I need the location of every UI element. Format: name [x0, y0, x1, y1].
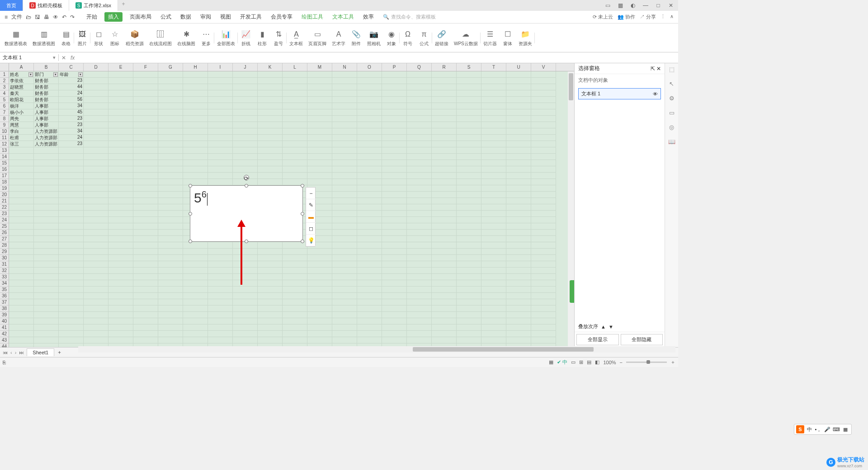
empty-cell[interactable]: [9, 268, 34, 274]
empty-cell[interactable]: [506, 198, 531, 204]
empty-cell[interactable]: [506, 242, 531, 249]
empty-cell[interactable]: [258, 293, 283, 299]
empty-cell[interactable]: [432, 185, 457, 192]
close-button[interactable]: ✕: [666, 1, 675, 10]
empty-cell[interactable]: [457, 122, 481, 128]
empty-cell[interactable]: [158, 293, 183, 299]
resize-handle[interactable]: [189, 240, 192, 243]
data-cell[interactable]: 李白: [9, 128, 34, 135]
empty-cell[interactable]: [9, 287, 34, 293]
empty-cell[interactable]: [307, 128, 332, 135]
empty-cell[interactable]: [59, 249, 84, 255]
strip-cursor-icon[interactable]: ↖: [668, 80, 676, 89]
empty-cell[interactable]: [258, 287, 283, 293]
empty-cell[interactable]: [34, 312, 59, 318]
empty-cell[interactable]: [357, 236, 382, 242]
empty-cell[interactable]: [506, 230, 531, 236]
empty-cell[interactable]: [84, 268, 108, 274]
empty-cell[interactable]: [481, 242, 506, 249]
empty-cell[interactable]: [9, 318, 34, 324]
empty-cell[interactable]: [283, 318, 307, 324]
empty-cell[interactable]: [332, 230, 357, 236]
empty-cell[interactable]: [59, 154, 84, 160]
empty-cell[interactable]: [133, 179, 158, 185]
empty-cell[interactable]: [208, 90, 233, 97]
empty-cell[interactable]: [108, 135, 133, 141]
resize-handle[interactable]: [245, 184, 248, 188]
empty-cell[interactable]: [108, 337, 133, 343]
empty-cell[interactable]: [9, 198, 34, 204]
tool-eyedropper[interactable]: ✎: [306, 199, 316, 211]
open-icon[interactable]: 🗁: [26, 14, 31, 20]
pin-icon[interactable]: ⇱: [651, 66, 655, 72]
empty-cell[interactable]: [9, 230, 34, 236]
empty-cell[interactable]: [208, 160, 233, 166]
empty-cell[interactable]: [258, 299, 283, 306]
empty-cell[interactable]: [457, 192, 481, 198]
empty-cell[interactable]: [108, 312, 133, 318]
row-header[interactable]: 6: [0, 103, 9, 109]
empty-cell[interactable]: [84, 204, 108, 211]
empty-cell[interactable]: [258, 255, 283, 261]
empty-cell[interactable]: [158, 274, 183, 280]
empty-cell[interactable]: [432, 84, 457, 90]
empty-cell[interactable]: [183, 261, 208, 268]
empty-cell[interactable]: [531, 116, 556, 122]
header-cell[interactable]: 部门▾: [34, 71, 59, 78]
empty-cell[interactable]: [158, 103, 183, 109]
empty-cell[interactable]: [506, 97, 531, 103]
empty-cell[interactable]: [357, 274, 382, 280]
empty-cell[interactable]: [481, 312, 506, 318]
empty-cell[interactable]: [432, 116, 457, 122]
data-cell[interactable]: 赵晓慧: [9, 84, 34, 90]
empty-cell[interactable]: [34, 160, 59, 166]
empty-cell[interactable]: [258, 268, 283, 274]
empty-cell[interactable]: [481, 261, 506, 268]
empty-cell[interactable]: [158, 211, 183, 217]
empty-cell[interactable]: [457, 109, 481, 116]
empty-cell[interactable]: [84, 274, 108, 280]
empty-cell[interactable]: [432, 230, 457, 236]
empty-cell[interactable]: [307, 84, 332, 90]
empty-cell[interactable]: [34, 280, 59, 287]
empty-cell[interactable]: [407, 154, 432, 160]
empty-cell[interactable]: [531, 71, 556, 78]
row-header[interactable]: 34: [0, 280, 9, 287]
empty-cell[interactable]: [208, 287, 233, 293]
empty-cell[interactable]: [233, 268, 258, 274]
empty-cell[interactable]: [108, 160, 133, 166]
empty-cell[interactable]: [357, 166, 382, 173]
empty-cell[interactable]: [481, 122, 506, 128]
empty-cell[interactable]: [59, 268, 84, 274]
empty-cell[interactable]: [283, 249, 307, 255]
empty-cell[interactable]: [183, 274, 208, 280]
empty-cell[interactable]: [34, 242, 59, 249]
zoom-out-icon[interactable]: −: [620, 360, 623, 365]
empty-cell[interactable]: [531, 306, 556, 312]
empty-cell[interactable]: [382, 135, 407, 141]
empty-cell[interactable]: [133, 223, 158, 230]
empty-cell[interactable]: [34, 324, 59, 331]
empty-cell[interactable]: [382, 268, 407, 274]
empty-cell[interactable]: [332, 109, 357, 116]
empty-cell[interactable]: [283, 287, 307, 293]
empty-cell[interactable]: [506, 71, 531, 78]
ribbon-更多[interactable]: ⋯更多: [198, 29, 214, 47]
empty-cell[interactable]: [506, 318, 531, 324]
empty-cell[interactable]: [357, 135, 382, 141]
row-header[interactable]: 42: [0, 331, 9, 337]
empty-cell[interactable]: [407, 236, 432, 242]
empty-cell[interactable]: [133, 78, 158, 84]
data-cell[interactable]: 24: [59, 135, 84, 141]
ribbon-页眉页脚[interactable]: ▭页眉页脚: [306, 29, 329, 47]
empty-cell[interactable]: [332, 160, 357, 166]
empty-cell[interactable]: [332, 255, 357, 261]
cloud-status[interactable]: ⟳ 未上云: [593, 14, 613, 20]
empty-cell[interactable]: [84, 293, 108, 299]
empty-cell[interactable]: [407, 261, 432, 268]
empty-cell[interactable]: [357, 293, 382, 299]
empty-cell[interactable]: [283, 293, 307, 299]
empty-cell[interactable]: [108, 280, 133, 287]
empty-cell[interactable]: [407, 122, 432, 128]
empty-cell[interactable]: [133, 255, 158, 261]
